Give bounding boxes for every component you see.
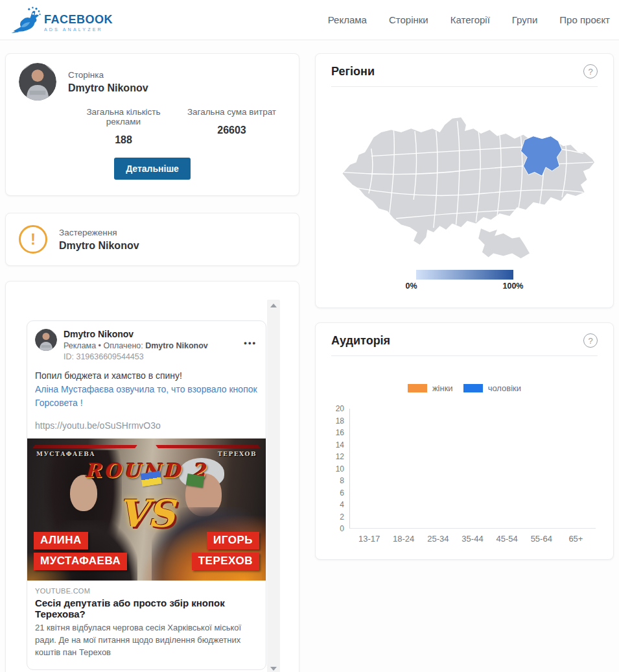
audience-chart: 02468101214161820 13-1718-2425-3435-4445…: [331, 409, 598, 544]
chart-x-axis: 13-1718-2425-3435-4445-5455-6465+: [349, 534, 596, 544]
page-summary-card: Сторінка Dmytro Nikonov Загальна кількіс…: [5, 53, 299, 196]
legend-label: чоловіки: [488, 383, 521, 393]
y-axis-tick: 12: [336, 452, 344, 461]
total-ads-value: 188: [69, 134, 178, 146]
map-legend-labels: 0% 100%: [406, 282, 524, 291]
total-spend-stat: Загальна сума витрат 26603: [178, 107, 286, 146]
fighter-name-right: ТЕРЕХОВ: [218, 451, 257, 457]
app-header: FACEBOOK ADS ANALYZER Реклама Сторінки К…: [0, 0, 619, 40]
bird-logo-icon: [10, 6, 41, 34]
warning-page-name: Dmytro Nikonov: [59, 240, 139, 252]
green-flag: [186, 474, 204, 488]
post-header: Dmytro Nikonov Реклама • Оплачено: Dmytr…: [27, 321, 266, 363]
help-icon[interactable]: ?: [583, 333, 598, 348]
map-legend-max: 100%: [503, 282, 524, 291]
post-avatar: [35, 329, 57, 351]
nav-item-reklama[interactable]: Реклама: [328, 14, 367, 25]
legend-swatch: [463, 384, 483, 392]
help-icon[interactable]: ?: [583, 64, 598, 78]
post-menu-icon[interactable]: •••: [244, 338, 257, 348]
legend-swatch: [408, 384, 427, 392]
y-axis-tick: 10: [336, 464, 344, 474]
page-stats: Загальна кількість реклами 188 Загальна …: [19, 107, 286, 146]
legend-label: жінки: [432, 383, 453, 393]
ukraine-flag: [141, 471, 162, 486]
page-name: Dmytro Nikonov: [68, 82, 148, 94]
y-axis-tick: 20: [336, 404, 344, 413]
warning-glyph: !: [30, 230, 36, 248]
ad-preview-card: Dmytro Nikonov Реклама • Оплачено: Dmytr…: [5, 281, 299, 672]
total-ads-stat: Загальна кількість реклами 188: [69, 107, 178, 146]
post-text-line1: Попил бюджета и хамство в спину!: [35, 369, 258, 383]
y-axis-tick: 6: [340, 488, 344, 498]
logo[interactable]: FACEBOOK ADS ANALYZER: [10, 6, 113, 34]
x-axis-label-35-44: 35-44: [455, 534, 489, 544]
y-axis-tick: 16: [336, 428, 344, 437]
page-label: Сторінка: [68, 70, 148, 80]
vs-label: VS: [27, 492, 266, 536]
regions-title: Регіони: [331, 65, 375, 78]
divider: [331, 355, 598, 356]
nav-item-pro-proekt[interactable]: Про проєкт: [559, 14, 610, 25]
x-axis-label-65+: 65+: [559, 534, 593, 544]
post-meta: Реклама • Оплачено: Dmytro Nikonov: [64, 341, 208, 350]
warning-card: ! Застереження Dmytro Nikonov: [5, 213, 299, 266]
warning-icon: !: [19, 225, 47, 254]
right-nameplate-line2: ТЕРЕХОВ: [192, 553, 259, 570]
x-axis-label-45-54: 45-54: [490, 534, 524, 544]
total-ads-label: Загальна кількість реклами: [69, 107, 178, 126]
chart-legend: жінкичоловіки: [331, 383, 598, 393]
video-thumbnail[interactable]: МУСТАФАЕВА ТЕРЕХОВ ROUND 2 VS АЛИНА МУСТ…: [27, 438, 266, 581]
link-source: YOUTUBE.COM: [35, 587, 258, 595]
warning-label: Застереження: [59, 228, 139, 237]
total-spend-value: 26603: [178, 125, 286, 136]
post-id: ID: 319636609544453: [64, 352, 208, 361]
regions-card: Регіони ?: [315, 53, 614, 308]
left-nameplate-line2: МУСТАФАЕВА: [34, 553, 127, 570]
logo-title: FACEBOOK: [44, 13, 113, 27]
x-axis-label-13-17: 13-17: [352, 534, 386, 544]
nav-item-grupy[interactable]: Групи: [512, 14, 537, 25]
nav-item-kategorii[interactable]: Категорії: [450, 14, 490, 25]
post-scrollbar[interactable]: [267, 300, 280, 672]
x-axis-label-18-24: 18-24: [386, 534, 421, 544]
help-glyph: ?: [588, 336, 592, 346]
chart-plot-area: [349, 409, 596, 529]
main-nav: Реклама Сторінки Категорії Групи Про про…: [328, 14, 610, 25]
y-axis-tick: 4: [340, 500, 344, 509]
post-text: Попил бюджета и хамство в спину! Аліна М…: [27, 363, 266, 410]
y-axis-tick: 2: [340, 512, 344, 522]
health-bar-left: [32, 445, 137, 448]
map-mainland: [342, 117, 594, 245]
y-axis-tick: 0: [340, 524, 344, 533]
post-author[interactable]: Dmytro Nikonov: [64, 329, 208, 339]
logo-subtitle: ADS ANALYZER: [44, 27, 113, 32]
audience-card: Аудиторія ? жінкичоловіки 02468101214161…: [315, 322, 614, 560]
post-text-mention[interactable]: Аліна Мустафаєва озвучила то, что взорва…: [35, 383, 258, 410]
x-axis-label-25-34: 25-34: [421, 534, 455, 544]
y-axis-tick: 14: [336, 440, 344, 450]
right-nameplate-line1: ИГОРЬ: [207, 532, 259, 549]
legend-item-жінки: жінки: [408, 383, 453, 393]
ukraine-map[interactable]: [334, 100, 596, 266]
scroll-down-icon[interactable]: [270, 667, 277, 671]
link-preview-box[interactable]: YOUTUBE.COM Сесія депутатів або просто з…: [27, 581, 266, 669]
map-crimea: [478, 228, 530, 258]
post-url-link[interactable]: https://youtu.be/oSuSHrmvO3o: [27, 410, 266, 438]
map-legend-gradient: [416, 270, 513, 280]
details-button[interactable]: Детальніше: [114, 158, 191, 180]
health-bar-right: [156, 445, 261, 448]
divider: [331, 86, 598, 87]
nav-item-storinky[interactable]: Сторінки: [389, 14, 428, 25]
total-spend-label: Загальна сума витрат: [178, 107, 286, 117]
post-scroll-area: Dmytro Nikonov Реклама • Оплачено: Dmytr…: [6, 282, 299, 670]
scroll-up-icon[interactable]: [270, 304, 277, 307]
link-title: Сесія депутатів або просто збір кнопок Т…: [35, 597, 258, 619]
y-axis-tick: 18: [336, 416, 344, 426]
x-axis-label-55-64: 55-64: [524, 534, 559, 544]
legend-item-чоловіки: чоловіки: [463, 383, 521, 393]
page-avatar: [19, 63, 56, 101]
chart-y-axis: 02468101214161820: [331, 409, 349, 529]
map-legend-min: 0%: [406, 282, 417, 291]
audience-title: Аудиторія: [331, 334, 390, 348]
